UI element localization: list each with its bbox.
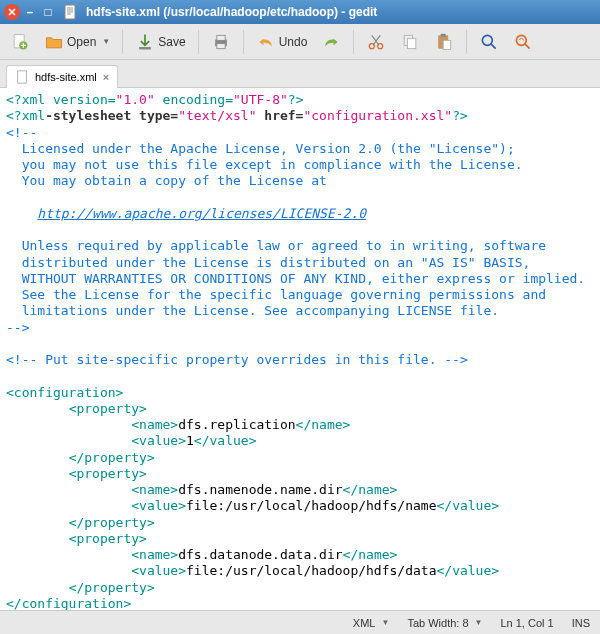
separator [243,30,244,54]
open-icon [44,32,64,52]
new-button[interactable] [6,29,34,55]
replace-button[interactable] [509,29,537,55]
undo-button[interactable]: Undo [252,29,312,55]
window-maximize-button[interactable]: □ [40,4,56,20]
separator [353,30,354,54]
paste-button[interactable] [430,29,458,55]
svg-rect-16 [18,71,27,83]
new-file-icon [10,32,30,52]
print-icon [211,32,231,52]
separator [198,30,199,54]
search-button[interactable] [475,29,503,55]
svg-rect-6 [216,43,224,48]
undo-icon [256,32,276,52]
tab-hdfs-site[interactable]: hdfs-site.xml × [6,65,118,88]
replace-icon [513,32,533,52]
svg-rect-10 [408,38,416,48]
tab-close-button[interactable]: × [103,71,109,83]
window-minimize-button[interactable]: – [22,4,38,20]
cut-icon [366,32,386,52]
document-icon [15,70,29,84]
open-dropdown-icon[interactable]: ▼ [102,37,110,46]
separator [466,30,467,54]
tabbar: hdfs-site.xml × [0,60,600,88]
svg-rect-5 [216,35,224,40]
toolbar: Open▼ Save Undo [0,24,600,60]
save-icon [135,32,155,52]
status-insert-mode: INS [572,617,590,629]
titlebar: – □ hdfs-site.xml (/usr/local/hadoop/etc… [0,0,600,24]
copy-button[interactable] [396,29,424,55]
copy-icon [400,32,420,52]
print-button[interactable] [207,29,235,55]
statusbar: XML▼ Tab Width: 8▼ Ln 1, Col 1 INS [0,610,600,634]
redo-button[interactable] [317,29,345,55]
editor-area[interactable]: <?xml version="1.0" encoding="UTF-8"?> <… [0,88,600,610]
separator [122,30,123,54]
svg-rect-13 [443,40,451,49]
svg-rect-12 [441,33,446,36]
tab-label: hdfs-site.xml [35,71,97,83]
status-cursor-position: Ln 1, Col 1 [500,617,553,629]
open-button[interactable]: Open▼ [40,29,114,55]
save-button[interactable]: Save [131,29,189,55]
redo-icon [321,32,341,52]
paste-icon [434,32,454,52]
search-icon [479,32,499,52]
status-language[interactable]: XML▼ [353,617,390,629]
document-icon [62,4,78,20]
cut-button[interactable] [362,29,390,55]
window-title: hdfs-site.xml (/usr/local/hadoop/etc/had… [86,5,377,19]
status-tabwidth[interactable]: Tab Width: 8▼ [407,617,482,629]
window-close-button[interactable] [4,4,20,20]
svg-rect-3 [139,47,151,50]
